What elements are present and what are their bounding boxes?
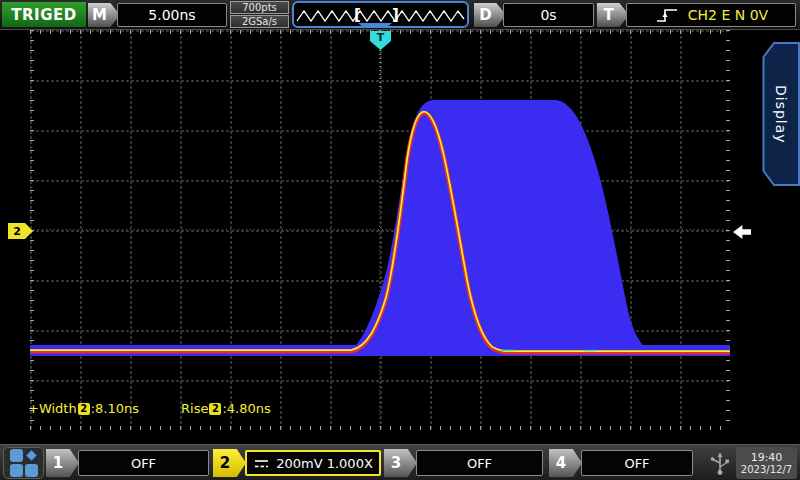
measurement-value: :8.10ns <box>91 401 139 416</box>
channel-1-value: OFF <box>78 450 209 476</box>
square-icon <box>25 464 38 477</box>
channel-3-value: OFF <box>416 450 543 476</box>
trigger-level-arrow[interactable] <box>733 225 751 239</box>
timebase-label: M <box>88 3 120 27</box>
center-horizontal-gridline <box>30 229 730 230</box>
top-status-bar: TRIGED M 5.00ns 700pts 2GSa/s [ ] D 0s T… <box>0 0 800 30</box>
clock: 19:40 2023/12/7 <box>736 447 797 479</box>
graticule-ticks-right <box>726 30 730 430</box>
measurement-row: +Width 2 :8.10ns Rise 2 :4.80ns <box>28 401 271 416</box>
delay-label: D <box>474 3 506 27</box>
square-icon <box>10 464 23 477</box>
acquisition-info: 700pts 2GSa/s <box>230 1 289 29</box>
channel-badge: 2 <box>78 403 90 415</box>
channel-badge: 2 <box>209 403 221 415</box>
channel-2-button[interactable]: 2 200mV 1.000X <box>213 448 381 478</box>
trigger-info: CH2 E N 0V <box>688 7 768 23</box>
trigger-position-line <box>380 50 381 92</box>
measurement-value: :4.80ns <box>222 401 270 416</box>
measurement-label: +Width <box>28 401 77 416</box>
channel-2-number: 2 <box>213 449 246 477</box>
trigger-status-badge: TRIGED <box>2 2 86 27</box>
window-bracket-right-icon: ] <box>392 6 399 24</box>
diamond-icon <box>23 448 38 463</box>
preview-window-tab <box>358 23 392 28</box>
channel-1-button[interactable]: 1 OFF <box>46 448 209 478</box>
measurement-rise: Rise 2 :4.80ns <box>181 401 271 416</box>
graticule-ticks-bottom <box>30 426 730 430</box>
window-bracket-left-icon: [ <box>354 6 361 24</box>
bottom-bar: 1 OFF 2 200mV 1.000X 3 OFF 4 OFF <box>0 444 800 480</box>
oscilloscope-screen: TRIGED M 5.00ns 700pts 2GSa/s [ ] D 0s T… <box>0 0 800 480</box>
measurement-width: +Width 2 :8.10ns <box>28 401 139 416</box>
preview-waveform-icon <box>294 3 467 26</box>
time-label: 19:40 <box>751 451 783 464</box>
measurement-label: Rise <box>181 401 208 416</box>
tab-display[interactable]: Display <box>762 42 800 186</box>
timebase-value[interactable]: 5.00ns <box>117 3 227 27</box>
usb-icon <box>708 449 732 477</box>
trigger-settings[interactable]: CH2 E N 0V <box>626 3 796 27</box>
channel-2-value-box: 200mV 1.000X <box>245 450 381 476</box>
acquisition-preview[interactable]: [ ] <box>292 1 469 28</box>
square-icon <box>10 449 23 462</box>
channel-4-number: 4 <box>549 449 582 477</box>
channel-4-value: OFF <box>581 450 693 476</box>
rising-edge-icon <box>654 6 680 24</box>
trigger-label: T <box>597 3 629 27</box>
display-tab-label: Display <box>762 42 800 186</box>
channel-3-number: 3 <box>384 449 417 477</box>
memory-depth: 700pts <box>230 1 289 14</box>
dc-coupling-icon <box>253 458 270 469</box>
sample-rate: 2GSa/s <box>230 15 289 28</box>
delay-value[interactable]: 0s <box>503 3 594 27</box>
channel-4-button[interactable]: 4 OFF <box>549 448 693 478</box>
channel-2-value: 200mV 1.000X <box>276 456 373 471</box>
date-label: 2023/12/7 <box>741 464 792 476</box>
apps-menu-button[interactable] <box>3 447 44 479</box>
channel-3-button[interactable]: 3 OFF <box>384 448 543 478</box>
channel-1-number: 1 <box>46 449 79 477</box>
